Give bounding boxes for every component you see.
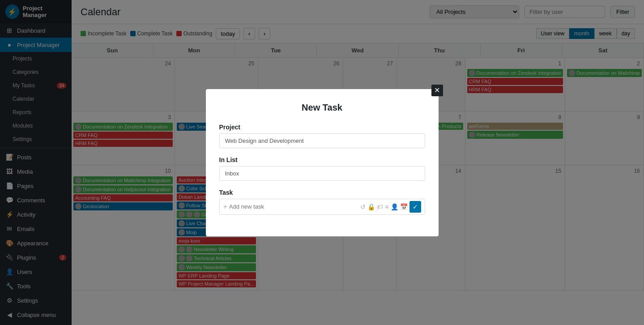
in-list-input[interactable] <box>219 166 425 181</box>
task-input[interactable] <box>229 203 358 210</box>
calendar-icon[interactable]: 📅 <box>400 203 408 210</box>
add-task-plus-icon: + <box>223 203 227 211</box>
tag-icon[interactable]: 🏷 <box>377 203 383 210</box>
user-icon[interactable]: 👤 <box>391 203 398 210</box>
in-list-label: In List <box>219 156 425 163</box>
task-input-row: + ↺ 🔒 🏷 ≡ 👤 📅 ✓ <box>219 199 425 215</box>
refresh-icon[interactable]: ↺ <box>360 203 366 210</box>
project-label: Project <box>219 124 425 131</box>
list-icon[interactable]: ≡ <box>385 203 388 210</box>
task-icons: ↺ 🔒 🏷 ≡ 👤 📅 ✓ <box>360 201 421 213</box>
modal-close-button[interactable]: ✕ <box>431 85 443 96</box>
task-submit-button[interactable]: ✓ <box>409 201 421 213</box>
modal-title: New Task <box>219 103 425 113</box>
in-list-group: In List <box>219 156 425 181</box>
task-label: Task <box>219 189 425 196</box>
task-group: Task + ↺ 🔒 🏷 ≡ 👤 📅 ✓ <box>219 189 425 215</box>
modal-overlay: ✕ New Task Project In List Task + ↺ 🔒 🏷 … <box>0 0 644 325</box>
new-task-modal: ✕ New Task Project In List Task + ↺ 🔒 🏷 … <box>206 89 439 236</box>
lock-icon[interactable]: 🔒 <box>367 203 375 210</box>
project-group: Project <box>219 124 425 148</box>
project-input[interactable] <box>219 133 425 148</box>
